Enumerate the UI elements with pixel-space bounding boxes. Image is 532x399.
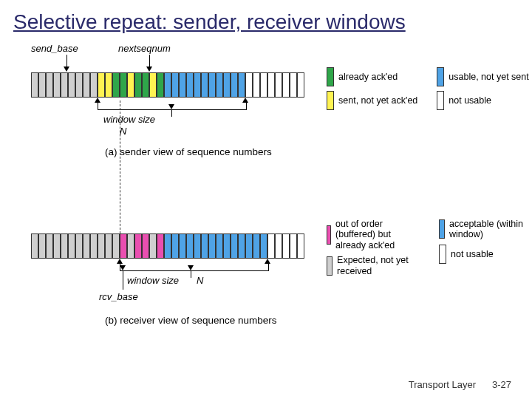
legend-row: not usable	[439, 245, 532, 264]
sequence-segment	[267, 72, 275, 98]
sequence-segment	[68, 72, 75, 98]
sender-window-mid-arrow	[168, 104, 174, 109]
sequence-segment	[260, 72, 267, 98]
sequence-segment	[194, 72, 201, 98]
ptr-rcv-base-line	[123, 270, 123, 290]
sequence-segment	[282, 233, 290, 259]
legend-text: already ack'ed	[338, 72, 398, 82]
sequence-segment	[186, 72, 194, 98]
ptr-send-base-arrow	[64, 66, 69, 72]
swatch-blue	[437, 67, 444, 86]
legend-text: Expected, not yet received	[337, 255, 420, 276]
label-rcv-base: rcv_base	[99, 291, 138, 302]
sequence-segment	[120, 72, 127, 98]
sequence-segment	[75, 233, 83, 259]
sequence-segment	[120, 233, 127, 259]
sequence-segment	[127, 233, 134, 259]
sequence-segment	[253, 72, 260, 98]
sequence-segment	[253, 233, 260, 259]
sequence-segment	[149, 72, 157, 98]
receiver-window-mid-line	[191, 270, 191, 278]
sequence-segment	[201, 233, 208, 259]
legend-col: acceptable (within window) not usable	[439, 219, 532, 276]
sequence-segment	[83, 72, 90, 98]
ptr-rcv-base-arrow	[120, 265, 126, 270]
sender-caption: (a) sender view of sequence numbers	[105, 146, 272, 157]
swatch-green	[327, 67, 334, 86]
sequence-segment	[134, 233, 142, 259]
sequence-segment	[142, 233, 149, 259]
legend-col: out of order (buffered) but already ack'…	[327, 219, 420, 276]
sequence-segment	[31, 233, 38, 259]
sequence-segment	[275, 72, 282, 98]
receiver-window-label: window size	[127, 275, 179, 286]
sequence-segment	[90, 72, 98, 98]
sequence-segment	[245, 72, 253, 98]
sequence-segment	[68, 233, 75, 259]
sequence-segment	[194, 233, 201, 259]
dashed-connector	[120, 100, 120, 233]
sequence-segment	[260, 233, 267, 259]
sequence-segment	[149, 233, 157, 259]
bracket-arrow-l	[95, 98, 100, 103]
legend-text: acceptable (within window)	[449, 219, 532, 240]
legend-text: usable, not yet sent	[449, 72, 528, 82]
sequence-segment	[53, 233, 61, 259]
swatch-white	[437, 91, 444, 110]
sender-window-label: window size	[103, 114, 155, 125]
sequence-segment	[157, 233, 164, 259]
sequence-segment	[238, 72, 245, 98]
sequence-segment	[267, 233, 275, 259]
sequence-segment	[98, 233, 105, 259]
sequence-segment	[105, 233, 112, 259]
sequence-segment	[38, 72, 46, 98]
sequence-segment	[157, 72, 164, 98]
sequence-segment	[290, 233, 297, 259]
receiver-window-mid-arrow	[188, 265, 194, 270]
legend-row: acceptable (within window)	[439, 219, 532, 240]
legend-text: out of order (buffered) but already ack'…	[335, 219, 420, 250]
sequence-segment	[179, 72, 186, 98]
sequence-segment	[290, 72, 297, 98]
diagram-area: send_base nextseqnum window size N alrea…	[31, 43, 532, 368]
legend-row: not usable	[437, 91, 528, 110]
bracket-arrow-lr	[117, 259, 123, 264]
sequence-segment	[61, 233, 68, 259]
sequence-segment	[112, 72, 120, 98]
sequence-segment	[53, 72, 61, 98]
sequence-segment	[201, 72, 208, 98]
sequence-segment	[127, 72, 134, 98]
legend-row: sent, not yet ack'ed	[327, 91, 417, 110]
footer-left: Transport Layer	[409, 379, 476, 390]
swatch-yellow	[327, 91, 334, 110]
sequence-segment	[164, 233, 171, 259]
sequence-segment	[231, 233, 238, 259]
label-nextseqnum: nextseqnum	[118, 43, 171, 54]
slide-footer: Transport Layer 3-27	[409, 379, 511, 390]
label-send-base: send_base	[31, 43, 78, 54]
swatch-blue	[439, 219, 445, 239]
sequence-segment	[297, 72, 304, 98]
legend-row: out of order (buffered) but already ack'…	[327, 219, 420, 250]
sequence-segment	[179, 233, 186, 259]
sequence-segment	[216, 233, 223, 259]
sequence-segment	[223, 233, 231, 259]
legend-text: not usable	[451, 249, 494, 259]
sequence-segment	[46, 233, 53, 259]
sequence-segment	[282, 72, 290, 98]
swatch-grey	[327, 256, 332, 276]
sequence-segment	[171, 233, 179, 259]
sequence-segment	[238, 233, 245, 259]
sequence-segment	[297, 233, 304, 259]
sequence-segment	[208, 233, 216, 259]
footer-right: 3-27	[492, 379, 511, 390]
sequence-segment	[171, 72, 179, 98]
ptr-nextseqnum-arrow	[146, 66, 152, 72]
legend-row: usable, not yet sent	[437, 67, 528, 86]
sequence-segment	[46, 72, 53, 98]
legend-col: already ack'ed sent, not yet ack'ed	[327, 67, 417, 110]
sequence-segment	[112, 233, 120, 259]
swatch-white	[439, 245, 446, 264]
receiver-sequence-bar	[31, 233, 304, 259]
bracket-arrow-rr	[265, 259, 270, 264]
